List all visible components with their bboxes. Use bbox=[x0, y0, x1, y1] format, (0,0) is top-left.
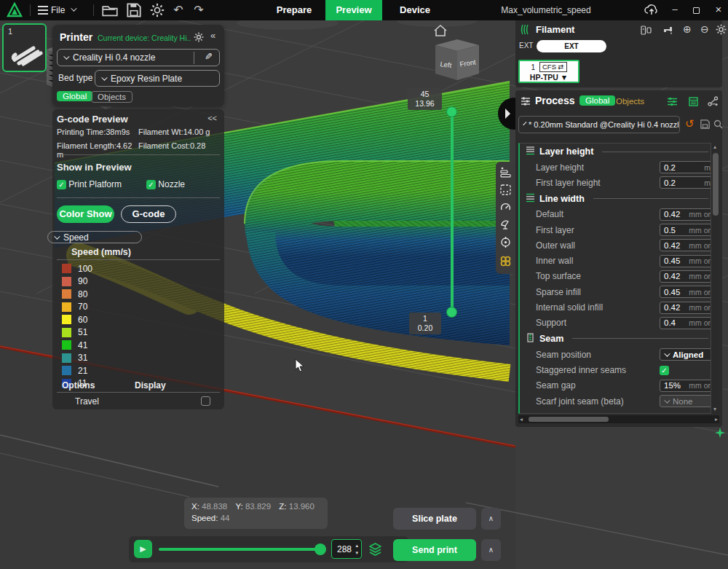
edit-pencil-icon[interactable]: ✎ bbox=[205, 51, 213, 62]
spinner-down-icon[interactable]: ▾ bbox=[355, 550, 358, 555]
scrollbar-thumb[interactable] bbox=[529, 417, 609, 422]
tab-preview[interactable]: Preview bbox=[325, 0, 382, 20]
bed-type-select[interactable]: Epoxy Resin Plate bbox=[95, 70, 220, 87]
file-chevron-down-icon[interactable] bbox=[71, 5, 76, 11]
tab-device[interactable]: Device bbox=[393, 0, 437, 20]
layer-slider-bottom-handle[interactable] bbox=[446, 307, 457, 318]
setting-select[interactable]: Aligned bbox=[660, 348, 715, 361]
select-area-icon[interactable] bbox=[499, 184, 512, 196]
ext-selector-button[interactable]: EXT bbox=[537, 40, 606, 52]
view-cube[interactable]: Left Front bbox=[435, 39, 479, 80]
setting-input[interactable]: 0.42mm or bbox=[660, 208, 715, 221]
filament-slot[interactable]: 1CFS ⇄ HP-TPU ▼ bbox=[518, 60, 579, 83]
save-icon[interactable] bbox=[126, 3, 142, 17]
file-menu[interactable]: File bbox=[51, 5, 65, 15]
layer-number-spinner[interactable]: 288 ▴ ▾ bbox=[331, 539, 362, 559]
setting-input[interactable]: 0.2m bbox=[660, 176, 715, 189]
color-clover-icon[interactable] bbox=[499, 255, 512, 267]
remove-filament-icon[interactable]: ⊖ bbox=[700, 23, 709, 35]
maximize-button[interactable] bbox=[686, 0, 708, 20]
ams-sync-icon[interactable] bbox=[641, 25, 652, 35]
printer-settings-gear-icon[interactable] bbox=[194, 32, 204, 42]
vertical-scrollbar[interactable]: ▴ ▾ bbox=[711, 143, 719, 414]
filament-spool-icon bbox=[520, 24, 531, 35]
section-rule bbox=[572, 338, 708, 339]
layer-bars-icon[interactable] bbox=[499, 166, 512, 178]
setting-checkbox[interactable]: ✓ bbox=[660, 366, 669, 375]
save-preset-icon[interactable] bbox=[700, 119, 710, 129]
open-folder-icon[interactable] bbox=[102, 3, 118, 17]
travel-checkbox[interactable] bbox=[201, 396, 210, 406]
option-checkbox[interactable]: ✓ bbox=[146, 180, 156, 189]
setting-input[interactable]: 0.45mm or bbox=[660, 286, 715, 298]
menu-icon[interactable] bbox=[38, 6, 48, 15]
redo-icon[interactable]: ↷ bbox=[191, 3, 207, 17]
preset-select[interactable]: * 0.20mm Standard @Creality Hi 0.4 nozzl… bbox=[518, 116, 680, 133]
setting-input[interactable]: 0.42mm or bbox=[660, 239, 715, 251]
setting-label: Staggered inner seams bbox=[536, 365, 626, 375]
slice-options-caret[interactable]: ∧ bbox=[481, 508, 501, 530]
setting-input[interactable]: 0.2m bbox=[660, 161, 715, 173]
slice-plate-button[interactable]: Slice plate bbox=[393, 508, 476, 530]
minimize-button[interactable]: – bbox=[664, 0, 686, 20]
undo-icon[interactable]: ↶ bbox=[170, 3, 186, 17]
setting-input[interactable]: 15%mm or bbox=[660, 380, 715, 392]
filament-settings-gear-icon[interactable] bbox=[716, 24, 727, 35]
settings-gear-icon[interactable] bbox=[149, 3, 165, 17]
option-checkbox[interactable]: ✓ bbox=[57, 180, 66, 189]
setting-row: Seam gap15%mm or bbox=[520, 378, 719, 393]
setting-select[interactable]: None bbox=[660, 395, 715, 407]
setting-input[interactable]: 0.42mm or bbox=[660, 302, 715, 314]
reset-preset-icon[interactable]: ↺ bbox=[685, 117, 695, 130]
layer-progress-slider[interactable] bbox=[159, 548, 320, 551]
printer-select[interactable]: Creality Hi 0.4 nozzle ✎ bbox=[57, 49, 220, 66]
gcode-button[interactable]: G-code bbox=[121, 205, 176, 223]
send-print-button[interactable]: Send print bbox=[393, 539, 476, 561]
scroll-down-icon[interactable]: ▾ bbox=[713, 406, 716, 413]
layer-range-slider-track[interactable] bbox=[451, 115, 454, 309]
tab-prepare[interactable]: Prepare bbox=[270, 0, 318, 20]
scroll-up-icon[interactable]: ▴ bbox=[713, 144, 716, 151]
spinner-up-icon[interactable]: ▴ bbox=[355, 543, 358, 548]
process-tab-global[interactable]: Global bbox=[579, 95, 615, 106]
color-show-button[interactable]: Color Show bbox=[57, 205, 114, 223]
setting-input[interactable]: 0.42mm or bbox=[660, 270, 715, 283]
legend-mode-select[interactable]: Speed bbox=[47, 231, 142, 243]
setting-input[interactable]: 0.45mm or bbox=[660, 255, 715, 267]
param-table-icon[interactable] bbox=[689, 97, 698, 106]
close-button[interactable]: × bbox=[708, 0, 728, 20]
slot-material[interactable]: HP-TPU ▼ bbox=[520, 73, 578, 82]
scroll-right-icon[interactable]: ▸ bbox=[715, 416, 718, 423]
slot-type-badge[interactable]: CFS ⇄ bbox=[539, 62, 567, 72]
collapse-panel-icon[interactable]: « bbox=[210, 30, 215, 41]
scrollbar-thumb[interactable] bbox=[713, 153, 719, 216]
param-list-icon[interactable] bbox=[667, 97, 678, 106]
setting-input[interactable]: 0.5mm or bbox=[660, 224, 715, 236]
search-preset-icon[interactable] bbox=[713, 119, 723, 129]
cloud-upload-icon[interactable] bbox=[644, 4, 659, 16]
play-button[interactable]: ▶ bbox=[134, 540, 152, 558]
compare-presets-icon[interactable] bbox=[708, 96, 719, 106]
slider-handle[interactable] bbox=[314, 544, 326, 555]
scroll-left-icon[interactable]: ◂ bbox=[520, 416, 523, 423]
printer-tab-global[interactable]: Global bbox=[57, 91, 92, 101]
speed-gauge-icon[interactable] bbox=[499, 201, 512, 213]
process-tab-objects[interactable]: Objects bbox=[616, 97, 644, 106]
printer-tab-objects[interactable]: Objects bbox=[91, 91, 132, 103]
settings-section-header[interactable]: Seam bbox=[520, 331, 719, 347]
plate-thumbnail[interactable]: 1 bbox=[2, 23, 47, 72]
radar-dish-icon[interactable] bbox=[499, 219, 512, 231]
legend-swatch bbox=[62, 328, 71, 337]
horizontal-scrollbar[interactable]: ◂ ▸ bbox=[518, 415, 719, 423]
layer-slider-top-handle[interactable] bbox=[446, 106, 457, 117]
setting-input[interactable]: 0.4mm or bbox=[660, 317, 715, 329]
settings-section-header[interactable]: Layer height bbox=[520, 144, 719, 160]
target-icon[interactable] bbox=[499, 236, 512, 248]
layers-stack-icon[interactable] bbox=[369, 543, 381, 556]
send-options-caret[interactable]: ∧ bbox=[481, 539, 501, 561]
faucet-icon[interactable] bbox=[662, 25, 674, 35]
settings-section-header[interactable]: Line width bbox=[520, 191, 719, 207]
add-filament-icon[interactable]: ⊕ bbox=[683, 23, 692, 35]
gcode-collapse-icon[interactable]: << bbox=[207, 114, 217, 122]
ai-sparkle-icon[interactable] bbox=[715, 428, 725, 438]
